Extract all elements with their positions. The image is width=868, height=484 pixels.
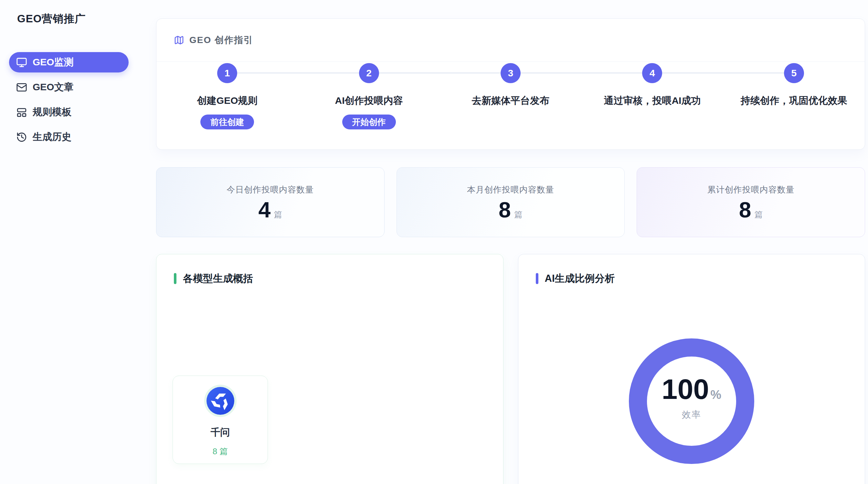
step-label: 创建GEO规则 bbox=[197, 94, 257, 107]
app-title: GEO营销推广 bbox=[17, 12, 156, 26]
sidebar: GEO营销推广 GEO监测 GEO文章 规则模板 bbox=[0, 0, 156, 484]
step-label: AI创作投喂内容 bbox=[335, 94, 403, 107]
stat-unit: 篇 bbox=[274, 209, 282, 220]
sidebar-item-label: 规则模板 bbox=[33, 106, 71, 119]
sidebar-item-label: GEO监测 bbox=[33, 56, 74, 69]
donut-caption: 效率 bbox=[682, 409, 701, 421]
sidebar-item-geo-articles[interactable]: GEO文章 bbox=[9, 77, 129, 97]
sidebar-item-label: 生成历史 bbox=[33, 131, 71, 144]
guide-header: GEO 创作指引 bbox=[156, 19, 865, 62]
donut-value: 100 bbox=[661, 375, 709, 403]
stat-unit: 篇 bbox=[514, 209, 523, 220]
history-icon bbox=[16, 132, 27, 143]
step-number-badge: 4 bbox=[642, 63, 662, 83]
stat-card-today: 今日创作投喂内容数量 4 篇 bbox=[156, 167, 384, 237]
qwen-logo-icon bbox=[207, 387, 234, 415]
guide-step-5: 5 持续创作，巩固优化效果 bbox=[723, 62, 865, 150]
sidebar-item-rule-templates[interactable]: 规则模板 bbox=[9, 102, 129, 122]
start-creation-button[interactable]: 开始创作 bbox=[342, 115, 396, 130]
template-icon bbox=[16, 107, 27, 118]
sidebar-item-label: GEO文章 bbox=[33, 81, 74, 94]
ai-ratio-panel: AI生成比例分析 100 % 效率 bbox=[518, 254, 865, 484]
stat-unit: 篇 bbox=[754, 209, 763, 220]
bottom-row: 各模型生成概括 bbox=[156, 254, 865, 484]
page: GEO营销推广 GEO监测 GEO文章 规则模板 bbox=[0, 0, 868, 484]
main-content: GEO 创作指引 1 创建GEO规则 前往创建 2 AI创作投喂内容 开始创作 … bbox=[156, 0, 868, 484]
guide-title: GEO 创作指引 bbox=[189, 34, 253, 46]
mail-icon bbox=[16, 82, 27, 93]
sidebar-nav: GEO监测 GEO文章 规则模板 生成历史 bbox=[9, 52, 129, 147]
guide-steps: 1 创建GEO规则 前往创建 2 AI创作投喂内容 开始创作 3 去新媒体平台发… bbox=[156, 62, 865, 150]
step-label: 通过审核，投喂AI成功 bbox=[603, 94, 701, 107]
step-label: 持续创作，巩固优化效果 bbox=[741, 94, 847, 107]
indigo-title-marker bbox=[536, 273, 538, 284]
creation-guide-card: GEO 创作指引 1 创建GEO规则 前往创建 2 AI创作投喂内容 开始创作 … bbox=[156, 19, 865, 150]
stat-label: 今日创作投喂内容数量 bbox=[226, 184, 314, 195]
models-panel-title: 各模型生成概括 bbox=[183, 272, 253, 285]
models-summary-panel: 各模型生成概括 bbox=[156, 254, 503, 484]
green-title-marker bbox=[174, 273, 177, 284]
model-name: 千问 bbox=[211, 426, 230, 438]
step-number-badge: 5 bbox=[784, 63, 804, 83]
donut-percent-sign: % bbox=[710, 388, 721, 402]
map-icon bbox=[174, 35, 184, 45]
model-count: 8 篇 bbox=[213, 446, 228, 457]
efficiency-donut-chart: 100 % 效率 bbox=[629, 338, 754, 464]
stat-value: 8 bbox=[739, 199, 751, 221]
sidebar-item-geo-monitor[interactable]: GEO监测 bbox=[9, 52, 129, 73]
guide-step-4: 4 通过审核，投喂AI成功 bbox=[581, 62, 723, 150]
stat-label: 累计创作投喂内容数量 bbox=[707, 184, 795, 195]
stat-value: 4 bbox=[258, 199, 271, 221]
step-label: 去新媒体平台发布 bbox=[472, 94, 549, 107]
step-number-badge: 3 bbox=[501, 63, 521, 83]
guide-step-2: 2 AI创作投喂内容 开始创作 bbox=[298, 62, 439, 150]
ratio-panel-title: AI生成比例分析 bbox=[545, 272, 615, 285]
donut-center-label: 100 % 效率 bbox=[629, 335, 754, 461]
sidebar-item-generation-history[interactable]: 生成历史 bbox=[9, 127, 129, 147]
guide-step-3: 3 去新媒体平台发布 bbox=[440, 62, 581, 150]
stat-label: 本月创作投喂内容数量 bbox=[467, 184, 554, 195]
monitor-icon bbox=[16, 57, 27, 68]
stat-value: 8 bbox=[499, 199, 511, 221]
step-number-badge: 2 bbox=[359, 63, 379, 83]
stat-card-total: 累计创作投喂内容数量 8 篇 bbox=[637, 167, 865, 237]
step-number-badge: 1 bbox=[217, 63, 237, 83]
go-create-rule-button[interactable]: 前往创建 bbox=[200, 115, 254, 130]
model-tile-qwen[interactable]: 千问 8 篇 bbox=[173, 376, 268, 464]
guide-step-1: 1 创建GEO规则 前往创建 bbox=[156, 62, 298, 150]
stats-row: 今日创作投喂内容数量 4 篇 本月创作投喂内容数量 8 篇 累计创作投喂内容数量… bbox=[156, 167, 865, 237]
stat-card-month: 本月创作投喂内容数量 8 篇 bbox=[397, 167, 625, 237]
